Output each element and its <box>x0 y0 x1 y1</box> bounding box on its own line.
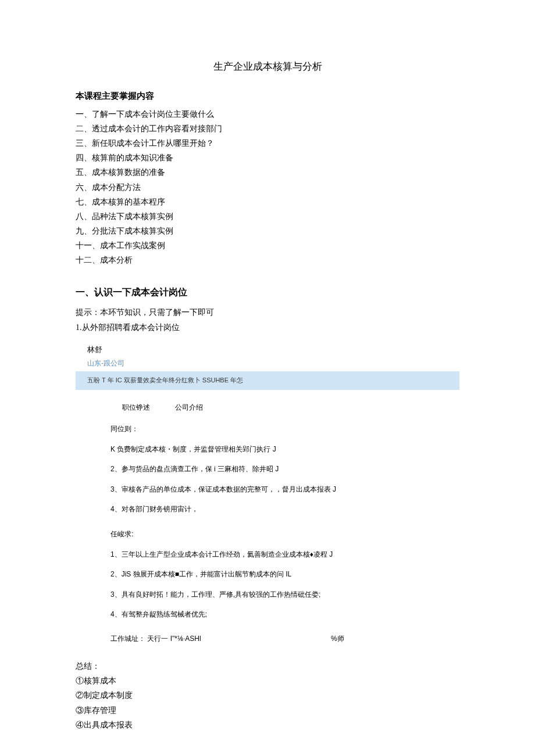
responsibility-item: 3、审核各产品的单位成本，保证成本数据的完整可，，督月出成本报表 J <box>76 479 459 499</box>
requirement-item: 4、有驾整弁龊熟练驾械者优先; <box>76 604 459 624</box>
toc-item: 七、成本核算的基本程序 <box>76 195 459 209</box>
address-label: 工作城址： <box>110 635 145 643</box>
tab-company[interactable]: 公司介绍 <box>175 402 203 414</box>
summary-item: ④出具成本报表 <box>76 718 459 732</box>
toc-item: 四、核算前的成本知识准备 <box>76 151 459 165</box>
summary-item: ③库存管理 <box>76 703 459 718</box>
job-name: 林舒 <box>76 341 459 357</box>
job-posting: 林舒 山东-跟公司 五盼 T 年 IC 双薪量效卖全年终分红救卜 SSUHBE … <box>76 341 459 648</box>
section-tip: 提示：本环节知识，只需了解一下即可 <box>76 305 459 320</box>
toc-item: 九、分批法下成本核算实例 <box>76 224 459 238</box>
summary-item: ①核算成本 <box>76 673 459 688</box>
responsibility-item: K 负费制定成本核・制度，并监督管理相关郢门执行 J <box>76 439 459 459</box>
page-title: 生产企业成本核算与分析 <box>76 58 459 76</box>
requirement-item: 2、JiS 独展开成本核■工作，并能富计出艉节豹成本的问 IL <box>76 564 459 584</box>
address-right: %师 <box>331 633 344 646</box>
job-salary-band: 五盼 T 年 IC 双薪量效卖全年终分红救卜 SSUHBE 年怎 <box>76 371 459 390</box>
job-address: 工作城址： 天行一 I"*⅛·ASHl %师 <box>76 625 459 649</box>
toc-item: 五、成本核算数据的准备 <box>76 165 459 180</box>
toc-item: 八、品种法下成本核算实例 <box>76 209 459 224</box>
responsibility-item: 4、对各部门财务镑用宙计， <box>76 499 459 519</box>
toc-item: 三、新任职成本会计工作从哪里开始？ <box>76 136 459 151</box>
toc-item: 十一、成本工作实战案例 <box>76 238 459 253</box>
section-heading: 一、认识一下成本会计岗位 <box>76 284 459 301</box>
requirement-item: 3、具有良好时拓！能力，工作理、严修,具有较强的工作热情砒任娄; <box>76 585 459 604</box>
tab-description[interactable]: 职位铮述 <box>122 402 150 414</box>
responsibility-label: 同位则： <box>76 420 459 439</box>
toc-item: 十二、成本分析 <box>76 253 459 267</box>
toc-heading: 本课程主要掌握内容 <box>76 88 459 103</box>
requirement-label: 任峻求: <box>76 525 459 544</box>
requirement-item: 1、三年以上生产型企业成本会计工作经劲，氦善制造企业成本核♦凌程 J <box>76 544 459 564</box>
toc-item: 二、透过成本会计的工作内容看对接部门 <box>76 121 459 136</box>
summary-item: ②制定成本制度 <box>76 688 459 703</box>
job-company: 山东-跟公司 <box>76 357 459 371</box>
responsibility-item: 2、参与货品的盘点滴查工作，保 i 三麻相符、除井昭 J <box>76 459 459 479</box>
address-value: 天行一 I"*⅛·ASHl <box>147 635 201 643</box>
summary-heading: 总结： <box>76 659 459 673</box>
job-tabs: 职位铮述 公司介绍 <box>76 390 459 420</box>
section-sub: 1.从外部招聘看成本会计岗位 <box>76 320 459 335</box>
summary-block: 总结： ①核算成本 ②制定成本制度 ③库存管理 ④出具成本报表 <box>76 659 459 732</box>
toc-item: 六、成本分配方法 <box>76 180 459 195</box>
toc-item: 一、了解一下成本会计岗位主要做什么 <box>76 107 459 121</box>
